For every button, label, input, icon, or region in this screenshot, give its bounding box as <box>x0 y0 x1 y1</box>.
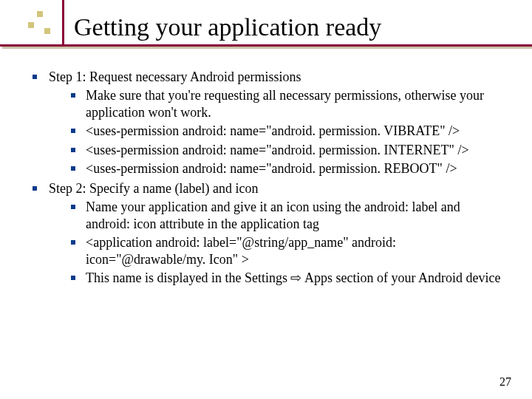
bullet-item: <uses-permission android: name="android.… <box>69 142 502 159</box>
accent-square-icon <box>28 22 34 28</box>
title-area: Getting your application ready <box>0 0 532 47</box>
bullet-item: Name your application and give it an ico… <box>69 199 502 233</box>
bullet-item: <uses-permission android: name="android.… <box>69 160 502 177</box>
accent-shadow-bar <box>2 47 532 49</box>
bullet-item: <application android: label="@string/app… <box>69 234 502 268</box>
step-item: Step 1: Request necessary Android permis… <box>30 69 502 177</box>
accent-vertical-bar <box>62 0 64 47</box>
bullet-item: <uses-permission android: name="android.… <box>69 123 502 140</box>
page-number: 27 <box>499 375 511 389</box>
step-item: Step 2: Specify a name (label) and icon … <box>30 180 502 287</box>
slide-title: Getting your application ready <box>74 13 532 41</box>
accent-square-icon <box>44 28 50 34</box>
bullet-item: This name is displayed in the Settings ⇨… <box>69 270 502 287</box>
step-heading: Step 2: Specify a name (label) and icon <box>49 181 258 196</box>
accent-square-icon <box>37 11 43 17</box>
step-heading: Step 1: Request necessary Android permis… <box>49 69 301 84</box>
bullet-item: Make sure that you're requesting all nec… <box>69 87 502 121</box>
slide-body: Step 1: Request necessary Android permis… <box>0 47 532 286</box>
